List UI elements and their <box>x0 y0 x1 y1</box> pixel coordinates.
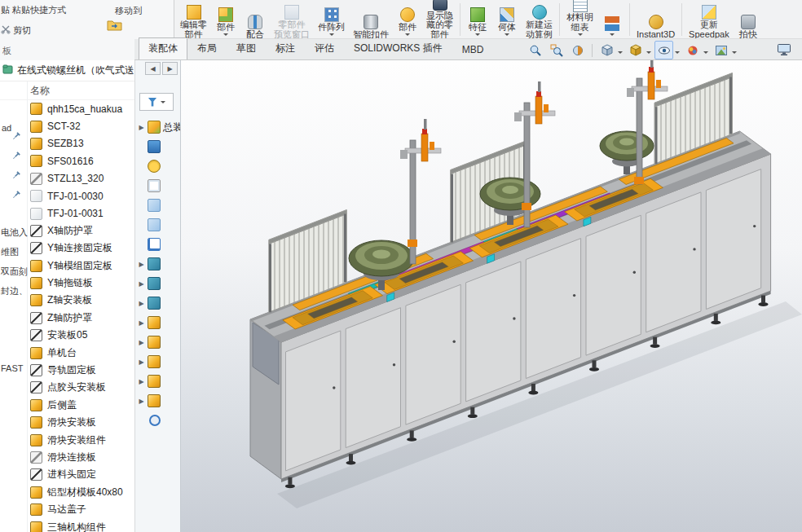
tree-item[interactable]: ▶ <box>135 293 180 313</box>
tree-item[interactable]: ▶ <box>135 254 180 274</box>
file-row[interactable]: Z轴防护罩 <box>0 310 134 327</box>
ribbon-button[interactable]: Instant3D <box>632 0 679 39</box>
zoom-area-icon[interactable] <box>547 41 566 59</box>
move-to-button[interactable]: 移动到 <box>115 5 142 17</box>
tree-item[interactable] <box>135 137 180 156</box>
panel-next-button[interactable]: ▶ <box>162 62 178 75</box>
paste-shortcut-button[interactable]: 粘贴快捷方式 <box>12 4 66 16</box>
ribbon-button[interactable]: 件阵列 <box>314 0 349 39</box>
expand-arrow-icon[interactable]: ▶ <box>138 398 145 405</box>
chevron-down-icon[interactable] <box>732 51 737 56</box>
ribbon-button[interactable] <box>681 3 682 36</box>
display-style-icon[interactable] <box>626 41 645 59</box>
tree-item[interactable] <box>135 196 180 215</box>
expand-arrow-icon[interactable]: ▶ <box>138 124 145 131</box>
chevron-down-icon[interactable] <box>578 33 583 38</box>
tree-item[interactable] <box>135 176 180 196</box>
ribbon-button[interactable]: 显示隐 藏的零 部件 <box>422 0 457 39</box>
expand-arrow-icon[interactable]: ▶ <box>138 300 145 307</box>
chevron-down-icon[interactable] <box>703 51 708 56</box>
tree-item[interactable]: ▶ <box>135 332 180 352</box>
file-row[interactable]: Y轴连接固定板 <box>0 240 134 257</box>
apply-scene-icon[interactable] <box>712 41 730 59</box>
chevron-down-icon[interactable] <box>610 33 615 38</box>
tree-item[interactable] <box>135 411 180 430</box>
tree-item[interactable]: ▶ 总装 <box>135 117 180 137</box>
quick-access-item[interactable]: 维图 <box>1 246 19 258</box>
expand-arrow-icon[interactable]: ▶ <box>138 378 145 385</box>
ribbon-button[interactable]: 配合 <box>240 0 270 39</box>
ribbon-button[interactable] <box>460 3 460 36</box>
ribbon-button[interactable]: 智能扣件 <box>349 0 393 39</box>
ribbon-button[interactable]: 新建运 动算例 <box>522 0 557 39</box>
command-tab[interactable]: SOLIDWORKS 插件 <box>344 37 452 59</box>
file-row[interactable]: TFJ-01-0031 <box>0 204 134 222</box>
file-row[interactable]: qhh15ca_huakua <box>0 100 134 117</box>
chevron-down-icon[interactable] <box>646 51 651 56</box>
file-row[interactable]: 铝型材模板40x80 <box>0 484 134 501</box>
graphics-area[interactable] <box>181 60 802 532</box>
expand-arrow-icon[interactable]: ▶ <box>138 319 145 327</box>
file-row[interactable]: 滑块安装板 <box>0 414 134 431</box>
file-row[interactable]: 点胶头安装板 <box>0 379 134 396</box>
chevron-down-icon[interactable] <box>675 51 680 56</box>
ribbon-button[interactable]: 部件 <box>211 0 240 39</box>
command-tab[interactable]: MBD <box>452 40 494 59</box>
tree-item[interactable]: ▶ <box>135 352 180 372</box>
ribbon-button[interactable] <box>559 3 560 36</box>
ribbon-button[interactable]: 特征 <box>463 0 492 39</box>
file-row[interactable]: 滑块连接板 <box>0 449 134 466</box>
command-tab[interactable]: 装配体 <box>139 37 187 59</box>
ribbon-button[interactable]: 编辑零 部件 <box>176 0 211 39</box>
tree-item[interactable] <box>135 235 180 254</box>
ribbon-button[interactable]: 材料明 细表 <box>562 0 597 39</box>
file-list-pane[interactable]: 名称 qhh15ca_huakua SCT-32 SEZB13 <box>0 81 134 532</box>
section-view-icon[interactable] <box>568 41 587 59</box>
expand-arrow-icon[interactable]: ▶ <box>138 261 145 268</box>
expand-arrow-icon[interactable]: ▶ <box>138 339 145 346</box>
tree-item[interactable]: ▶ <box>135 372 180 391</box>
file-row[interactable]: 安装板05 <box>0 327 134 344</box>
column-header-name[interactable]: 名称 <box>0 81 134 100</box>
tree-filter[interactable] <box>139 93 174 111</box>
file-row[interactable]: 滑块安装组件 <box>0 431 134 448</box>
command-tab[interactable]: 草图 <box>227 37 266 59</box>
command-tab[interactable]: 评估 <box>305 37 344 59</box>
file-row[interactable]: 进料头固定 <box>0 466 134 483</box>
view-orientation-icon[interactable] <box>597 41 616 59</box>
quick-access-item[interactable]: ad <box>2 123 11 133</box>
paste-fragment[interactable]: 贴 <box>1 4 10 16</box>
quick-access-item[interactable]: 封边、 <box>1 285 28 297</box>
command-tab[interactable]: 标注 <box>266 37 305 59</box>
file-row[interactable]: 三轴机构组件 <box>0 518 134 532</box>
cut-button[interactable]: 剪切 <box>13 24 31 37</box>
ribbon-button[interactable]: 零部件 预览窗口 <box>270 0 314 39</box>
edit-appearance-icon[interactable] <box>683 41 702 59</box>
ribbon-button[interactable]: 部件 <box>393 0 422 39</box>
tree-item[interactable]: ▶ <box>135 391 180 411</box>
quick-access-item[interactable]: FAST <box>1 363 24 373</box>
quick-access-item[interactable]: 电池入 <box>1 226 28 239</box>
zoom-fit-icon[interactable] <box>526 41 544 59</box>
tree-item[interactable]: ▶ <box>135 313 180 332</box>
panel-prev-button[interactable]: ◀ <box>145 62 161 75</box>
expand-arrow-icon[interactable]: ▶ <box>138 280 145 288</box>
address-bar[interactable]: 在线式锁螺丝机（吹气式送 <box>0 60 134 81</box>
file-row[interactable]: 后侧盖 <box>0 397 134 414</box>
chevron-down-icon[interactable] <box>505 33 509 38</box>
ribbon-button[interactable]: 何体 <box>492 0 522 39</box>
file-row[interactable]: 马达盖子 <box>0 501 134 518</box>
tree-item[interactable] <box>135 156 180 176</box>
tree-item[interactable] <box>135 215 180 235</box>
expand-arrow-icon[interactable]: ▶ <box>138 358 145 366</box>
tree-item[interactable]: ▶ <box>135 274 180 293</box>
chevron-down-icon[interactable] <box>618 51 623 56</box>
pane-divider[interactable] <box>27 81 28 532</box>
hide-show-items-icon[interactable] <box>654 41 673 59</box>
ribbon-button[interactable]: 更新 Speedpak <box>685 0 734 39</box>
ribbon-button[interactable]: 拍快 <box>734 0 763 39</box>
view-settings-monitor-icon[interactable] <box>775 42 793 58</box>
ribbon-button[interactable] <box>629 3 630 36</box>
file-row[interactable]: 单机台 <box>0 344 134 361</box>
quick-access-item[interactable]: 双面刻 <box>1 266 28 278</box>
